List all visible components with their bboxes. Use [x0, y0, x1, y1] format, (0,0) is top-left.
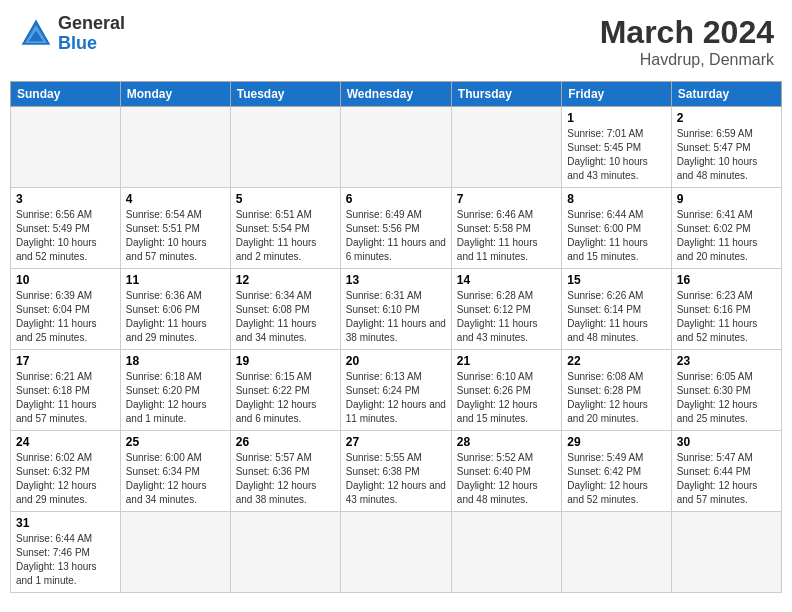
day-number: 22: [567, 354, 665, 368]
day-cell: 18Sunrise: 6:18 AM Sunset: 6:20 PM Dayli…: [120, 350, 230, 431]
column-header-friday: Friday: [562, 82, 671, 107]
day-cell: 30Sunrise: 5:47 AM Sunset: 6:44 PM Dayli…: [671, 431, 781, 512]
day-cell: 29Sunrise: 5:49 AM Sunset: 6:42 PM Dayli…: [562, 431, 671, 512]
day-cell: 24Sunrise: 6:02 AM Sunset: 6:32 PM Dayli…: [11, 431, 121, 512]
day-number: 10: [16, 273, 115, 287]
title-block: March 2024 Havdrup, Denmark: [600, 14, 774, 69]
day-cell: 1Sunrise: 7:01 AM Sunset: 5:45 PM Daylig…: [562, 107, 671, 188]
day-cell: 6Sunrise: 6:49 AM Sunset: 5:56 PM Daylig…: [340, 188, 451, 269]
day-cell: [451, 107, 561, 188]
day-info: Sunrise: 6:31 AM Sunset: 6:10 PM Dayligh…: [346, 289, 446, 345]
day-number: 31: [16, 516, 115, 530]
day-info: Sunrise: 6:08 AM Sunset: 6:28 PM Dayligh…: [567, 370, 665, 426]
day-cell: 4Sunrise: 6:54 AM Sunset: 5:51 PM Daylig…: [120, 188, 230, 269]
day-info: Sunrise: 6:26 AM Sunset: 6:14 PM Dayligh…: [567, 289, 665, 345]
day-number: 9: [677, 192, 776, 206]
day-number: 14: [457, 273, 556, 287]
day-info: Sunrise: 6:41 AM Sunset: 6:02 PM Dayligh…: [677, 208, 776, 264]
day-number: 26: [236, 435, 335, 449]
day-cell: 25Sunrise: 6:00 AM Sunset: 6:34 PM Dayli…: [120, 431, 230, 512]
day-info: Sunrise: 5:52 AM Sunset: 6:40 PM Dayligh…: [457, 451, 556, 507]
day-cell: [230, 107, 340, 188]
day-number: 11: [126, 273, 225, 287]
day-cell: 10Sunrise: 6:39 AM Sunset: 6:04 PM Dayli…: [11, 269, 121, 350]
column-header-tuesday: Tuesday: [230, 82, 340, 107]
logo: GeneralBlue: [18, 14, 125, 54]
day-cell: 13Sunrise: 6:31 AM Sunset: 6:10 PM Dayli…: [340, 269, 451, 350]
day-cell: 9Sunrise: 6:41 AM Sunset: 6:02 PM Daylig…: [671, 188, 781, 269]
day-number: 19: [236, 354, 335, 368]
day-cell: 5Sunrise: 6:51 AM Sunset: 5:54 PM Daylig…: [230, 188, 340, 269]
day-info: Sunrise: 6:05 AM Sunset: 6:30 PM Dayligh…: [677, 370, 776, 426]
day-info: Sunrise: 6:18 AM Sunset: 6:20 PM Dayligh…: [126, 370, 225, 426]
main-title: March 2024: [600, 14, 774, 51]
day-number: 12: [236, 273, 335, 287]
day-info: Sunrise: 6:51 AM Sunset: 5:54 PM Dayligh…: [236, 208, 335, 264]
logo-text: GeneralBlue: [58, 14, 125, 54]
day-cell: 26Sunrise: 5:57 AM Sunset: 6:36 PM Dayli…: [230, 431, 340, 512]
day-cell: 11Sunrise: 6:36 AM Sunset: 6:06 PM Dayli…: [120, 269, 230, 350]
day-number: 23: [677, 354, 776, 368]
day-number: 16: [677, 273, 776, 287]
day-number: 17: [16, 354, 115, 368]
week-row-3: 10Sunrise: 6:39 AM Sunset: 6:04 PM Dayli…: [11, 269, 782, 350]
day-cell: [120, 107, 230, 188]
day-cell: 3Sunrise: 6:56 AM Sunset: 5:49 PM Daylig…: [11, 188, 121, 269]
day-cell: 23Sunrise: 6:05 AM Sunset: 6:30 PM Dayli…: [671, 350, 781, 431]
day-info: Sunrise: 6:13 AM Sunset: 6:24 PM Dayligh…: [346, 370, 446, 426]
week-row-2: 3Sunrise: 6:56 AM Sunset: 5:49 PM Daylig…: [11, 188, 782, 269]
week-row-1: 1Sunrise: 7:01 AM Sunset: 5:45 PM Daylig…: [11, 107, 782, 188]
day-info: Sunrise: 6:34 AM Sunset: 6:08 PM Dayligh…: [236, 289, 335, 345]
day-cell: [562, 512, 671, 593]
day-info: Sunrise: 5:55 AM Sunset: 6:38 PM Dayligh…: [346, 451, 446, 507]
sub-title: Havdrup, Denmark: [600, 51, 774, 69]
day-info: Sunrise: 6:21 AM Sunset: 6:18 PM Dayligh…: [16, 370, 115, 426]
day-number: 4: [126, 192, 225, 206]
day-cell: [230, 512, 340, 593]
day-cell: [671, 512, 781, 593]
day-cell: [451, 512, 561, 593]
day-number: 25: [126, 435, 225, 449]
day-info: Sunrise: 5:57 AM Sunset: 6:36 PM Dayligh…: [236, 451, 335, 507]
day-info: Sunrise: 6:56 AM Sunset: 5:49 PM Dayligh…: [16, 208, 115, 264]
logo-icon: [18, 16, 54, 52]
day-info: Sunrise: 6:36 AM Sunset: 6:06 PM Dayligh…: [126, 289, 225, 345]
day-number: 7: [457, 192, 556, 206]
day-info: Sunrise: 6:10 AM Sunset: 6:26 PM Dayligh…: [457, 370, 556, 426]
day-cell: 16Sunrise: 6:23 AM Sunset: 6:16 PM Dayli…: [671, 269, 781, 350]
day-number: 18: [126, 354, 225, 368]
column-header-saturday: Saturday: [671, 82, 781, 107]
day-cell: 22Sunrise: 6:08 AM Sunset: 6:28 PM Dayli…: [562, 350, 671, 431]
column-header-wednesday: Wednesday: [340, 82, 451, 107]
day-number: 1: [567, 111, 665, 125]
day-cell: 19Sunrise: 6:15 AM Sunset: 6:22 PM Dayli…: [230, 350, 340, 431]
day-cell: [11, 107, 121, 188]
day-cell: [120, 512, 230, 593]
day-number: 29: [567, 435, 665, 449]
day-info: Sunrise: 7:01 AM Sunset: 5:45 PM Dayligh…: [567, 127, 665, 183]
day-info: Sunrise: 6:00 AM Sunset: 6:34 PM Dayligh…: [126, 451, 225, 507]
day-cell: 2Sunrise: 6:59 AM Sunset: 5:47 PM Daylig…: [671, 107, 781, 188]
day-number: 13: [346, 273, 446, 287]
day-number: 8: [567, 192, 665, 206]
day-cell: 17Sunrise: 6:21 AM Sunset: 6:18 PM Dayli…: [11, 350, 121, 431]
day-cell: 21Sunrise: 6:10 AM Sunset: 6:26 PM Dayli…: [451, 350, 561, 431]
day-number: 6: [346, 192, 446, 206]
day-number: 27: [346, 435, 446, 449]
column-header-monday: Monday: [120, 82, 230, 107]
day-info: Sunrise: 5:47 AM Sunset: 6:44 PM Dayligh…: [677, 451, 776, 507]
day-number: 5: [236, 192, 335, 206]
day-info: Sunrise: 6:59 AM Sunset: 5:47 PM Dayligh…: [677, 127, 776, 183]
day-number: 20: [346, 354, 446, 368]
day-info: Sunrise: 6:02 AM Sunset: 6:32 PM Dayligh…: [16, 451, 115, 507]
day-cell: [340, 512, 451, 593]
day-number: 30: [677, 435, 776, 449]
day-info: Sunrise: 6:54 AM Sunset: 5:51 PM Dayligh…: [126, 208, 225, 264]
day-info: Sunrise: 6:44 AM Sunset: 6:00 PM Dayligh…: [567, 208, 665, 264]
day-number: 15: [567, 273, 665, 287]
day-cell: 8Sunrise: 6:44 AM Sunset: 6:00 PM Daylig…: [562, 188, 671, 269]
day-number: 28: [457, 435, 556, 449]
day-number: 3: [16, 192, 115, 206]
day-info: Sunrise: 6:28 AM Sunset: 6:12 PM Dayligh…: [457, 289, 556, 345]
column-header-sunday: Sunday: [11, 82, 121, 107]
